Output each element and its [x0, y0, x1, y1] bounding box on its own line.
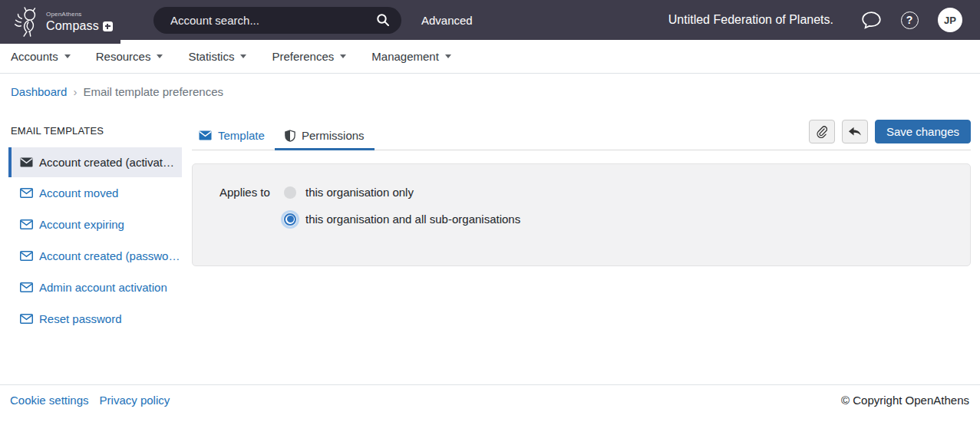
nav-statistics[interactable]: Statistics [188, 50, 246, 63]
sidebar-item-label: Account created (passwo… [39, 249, 180, 262]
main-panel: Template Permissions [192, 125, 971, 266]
sidebar-item-label: Account created (activat… [39, 156, 174, 169]
main-header: Template Permissions [192, 125, 971, 150]
radio-disabled[interactable] [284, 186, 296, 199]
sidebar-item-account-created-activation[interactable]: Account created (activat… [8, 147, 182, 177]
nav-resources[interactable]: Resources [96, 50, 163, 63]
radio-selected[interactable] [284, 213, 296, 226]
envelope-filled-icon [20, 157, 33, 167]
undo-icon [848, 127, 861, 137]
avatar-initials: JP [944, 15, 956, 26]
envelope-icon [20, 188, 33, 198]
search-icon [376, 13, 390, 27]
footer: Cookie settings Privacy policy © Copyrig… [0, 384, 980, 422]
content-area: EMAIL TEMPLATES Account created (activat… [0, 125, 980, 384]
breadcrumb: Dashboard › Email template preferences [11, 85, 980, 98]
paperclip-icon [816, 126, 827, 138]
sidebar-item-account-created-password[interactable]: Account created (passwo… [8, 240, 182, 272]
envelope-filled-icon [199, 130, 212, 140]
account-search-box[interactable] [153, 7, 401, 34]
applies-to-row: Applies to this organisation only this o… [219, 185, 970, 226]
help-button[interactable]: ? [899, 10, 919, 30]
tab-bar: Template Permissions [192, 125, 375, 150]
federation-name: Untitled Federation of Planets. [668, 13, 833, 27]
copyright-text: © Copyright OpenAthens [841, 394, 969, 407]
logo-text: OpenAthens Compass [46, 12, 113, 32]
cookie-settings-link[interactable]: Cookie settings [10, 394, 89, 407]
nav-preferences[interactable]: Preferences [272, 50, 346, 63]
option-this-organisation-only[interactable]: this organisation only [284, 185, 520, 199]
tab-template[interactable]: Template [192, 125, 275, 150]
avatar[interactable]: JP [938, 8, 962, 32]
chevron-down-icon [445, 54, 451, 58]
chevron-down-icon [64, 54, 71, 58]
logo-block[interactable]: OpenAthens Compass [0, 0, 120, 44]
chat-button[interactable] [861, 10, 881, 30]
chevron-down-icon [157, 54, 163, 58]
page: OpenAthens Compass Advanced Untitled Fed… [0, 0, 980, 422]
plus-badge-icon [103, 21, 113, 31]
sidebar-item-label: Account expiring [39, 218, 124, 231]
sidebar-item-reset-password[interactable]: Reset password [8, 303, 182, 335]
permissions-panel: Applies to this organisation only this o… [192, 163, 971, 266]
envelope-icon [20, 314, 33, 324]
brand-small: OpenAthens [46, 12, 113, 18]
breadcrumb-dashboard-link[interactable]: Dashboard [11, 85, 67, 98]
envelope-icon [20, 251, 33, 261]
search-button[interactable] [375, 12, 391, 28]
search-input[interactable] [170, 14, 375, 27]
advanced-link[interactable]: Advanced [421, 14, 473, 27]
breadcrumb-separator: › [73, 85, 77, 98]
tab-label: Permissions [302, 129, 365, 142]
privacy-policy-link[interactable]: Privacy policy [100, 394, 170, 407]
sidebar-item-label: Admin account activation [39, 281, 167, 294]
envelope-icon [20, 282, 33, 292]
sidebar-heading: EMAIL TEMPLATES [11, 125, 182, 137]
sidebar-item-account-expiring[interactable]: Account expiring [8, 209, 182, 240]
undo-button[interactable] [842, 120, 868, 143]
radio-label[interactable]: this organisation and all sub-organisati… [305, 213, 520, 226]
shield-icon [285, 130, 295, 142]
tab-permissions[interactable]: Permissions [275, 125, 375, 150]
help-icon: ? [901, 12, 919, 29]
top-header: OpenAthens Compass Advanced Untitled Fed… [0, 0, 980, 40]
chat-bubble-icon [862, 12, 881, 29]
breadcrumb-current: Email template preferences [83, 85, 223, 98]
tab-label: Template [218, 129, 265, 142]
nav-accounts[interactable]: Accounts [11, 50, 71, 63]
toolbar: Save changes [809, 120, 971, 143]
footer-links: Cookie settings Privacy policy [10, 394, 170, 407]
chevron-down-icon [340, 54, 346, 58]
sidebar-item-admin-account-activation[interactable]: Admin account activation [8, 272, 182, 303]
option-this-organisation-and-sub-organisations[interactable]: this organisation and all sub-organisati… [284, 212, 520, 226]
sidebar-item-label: Account moved [39, 186, 118, 199]
brand-large: Compass [46, 20, 99, 32]
openathens-owl-logo-icon [10, 5, 42, 39]
page-body: Dashboard › Email template preferences E… [0, 74, 980, 384]
main-nav: Accounts Resources Statistics Preference… [0, 40, 980, 74]
radio-group: this organisation only this organisation… [284, 185, 520, 226]
envelope-icon [20, 219, 33, 229]
radio-label[interactable]: this organisation only [305, 186, 414, 199]
chevron-down-icon [240, 54, 246, 58]
email-templates-sidebar: EMAIL TEMPLATES Account created (activat… [8, 125, 182, 335]
nav-management[interactable]: Management [371, 50, 451, 63]
attach-button[interactable] [809, 120, 835, 143]
save-changes-button[interactable]: Save changes [875, 120, 971, 143]
applies-to-label: Applies to [219, 185, 284, 226]
sidebar-item-account-moved[interactable]: Account moved [8, 177, 182, 209]
sidebar-item-label: Reset password [39, 312, 122, 325]
